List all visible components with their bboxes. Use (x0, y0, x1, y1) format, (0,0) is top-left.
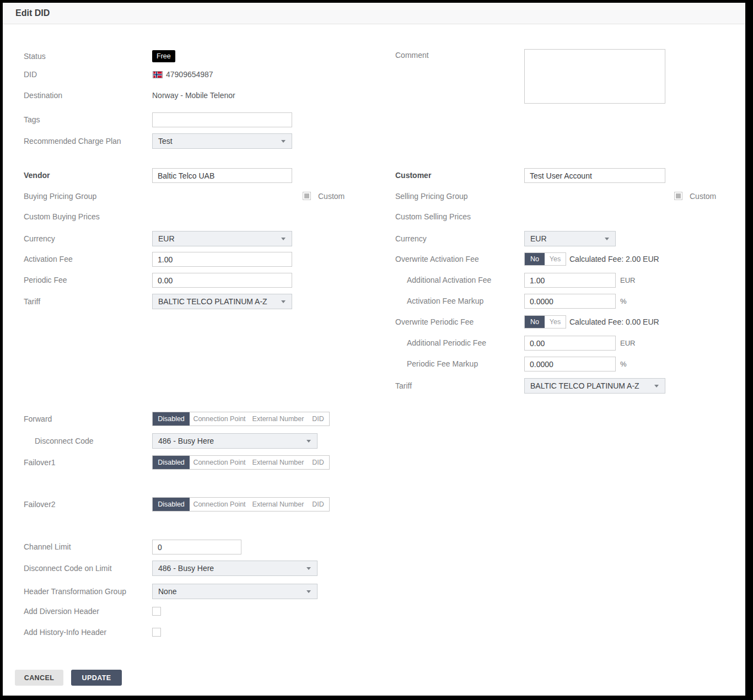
header-transformation-group-select[interactable]: None (152, 584, 318, 599)
comment-label: Comment (395, 49, 429, 61)
periodic-fee-markup-input[interactable] (524, 357, 616, 371)
buying-custom-checkbox[interactable] (303, 192, 311, 200)
buying-tariff-value: BALTIC TELCO PLATINUM A-Z (158, 297, 267, 306)
header-transformation-group-value: None (158, 587, 176, 596)
dialog-title: Edit DID (15, 3, 50, 24)
additional-periodic-fee-unit: EUR (620, 336, 635, 351)
additional-activation-fee-label: Additional Activation Fee (407, 273, 491, 288)
channel-limit-label: Channel Limit (24, 540, 71, 554)
add-diversion-header-checkbox[interactable] (152, 607, 161, 616)
overwrite-activation-fee-yes[interactable]: Yes (545, 253, 566, 265)
selling-currency-value: EUR (530, 234, 547, 243)
tags-label: Tags (24, 112, 40, 127)
activation-fee-markup-label: Activation Fee Markup (407, 294, 483, 309)
did-label: DID (24, 68, 37, 80)
additional-periodic-fee-input[interactable] (524, 336, 616, 351)
calculated-activation-fee: Calculated Fee: 2.00 EUR (569, 252, 659, 266)
additional-activation-fee-unit: EUR (620, 273, 635, 288)
recommended-charge-plan-select[interactable]: Test (152, 133, 292, 149)
header-transformation-group-label: Header Transformation Group (24, 584, 126, 599)
customer-input[interactable] (524, 168, 665, 183)
failover2-option-disabled[interactable]: Disabled (153, 498, 190, 511)
buying-currency-label: Currency (24, 231, 55, 246)
overwrite-activation-fee-label: Overwrite Activation Fee (395, 252, 479, 266)
chevron-down-icon (654, 385, 659, 387)
disconnect-code-select[interactable]: 486 - Busy Here (152, 433, 318, 449)
periodic-fee-markup-unit: % (620, 357, 627, 371)
forward-segmented: Disabled Connection Point External Numbe… (152, 412, 330, 426)
selling-tariff-select[interactable]: BALTIC TELCO PLATINUM A-Z (524, 378, 665, 394)
tags-input[interactable] (152, 112, 292, 127)
buying-tariff-select[interactable]: BALTIC TELCO PLATINUM A-Z (152, 294, 292, 309)
activation-fee-input[interactable] (152, 252, 292, 267)
failover1-option-external-number[interactable]: External Number (249, 456, 307, 469)
chevron-down-icon (306, 590, 311, 593)
vendor-input[interactable] (152, 168, 292, 183)
selling-currency-select[interactable]: EUR (524, 231, 616, 246)
failover1-option-did[interactable]: DID (307, 456, 329, 469)
channel-limit-input[interactable] (152, 540, 241, 554)
add-history-info-header-checkbox[interactable] (152, 628, 161, 637)
selling-custom-checkbox-label: Custom (690, 191, 716, 202)
chevron-down-icon (281, 140, 286, 143)
failover2-option-external-number[interactable]: External Number (249, 498, 307, 511)
buying-pricing-group-label: Buying Pricing Group (24, 191, 96, 202)
status-badge: Free (152, 50, 175, 62)
update-button[interactable]: UPDATE (71, 670, 122, 686)
activation-fee-label: Activation Fee (24, 252, 73, 267)
periodic-fee-input[interactable] (152, 273, 292, 288)
buying-currency-value: EUR (158, 234, 175, 243)
overwrite-activation-fee-toggle: No Yes (524, 252, 566, 266)
chevron-down-icon (306, 440, 311, 443)
forward-option-external-number[interactable]: External Number (249, 412, 307, 426)
destination-value: Norway - Mobile Telenor (152, 90, 235, 101)
buying-currency-select[interactable]: EUR (152, 231, 292, 246)
overwrite-periodic-fee-label: Overwrite Periodic Fee (395, 315, 474, 329)
failover1-option-disabled[interactable]: Disabled (153, 456, 190, 469)
periodic-fee-label: Periodic Fee (24, 273, 67, 288)
recommended-charge-plan-value: Test (158, 137, 173, 146)
disconnect-code-on-limit-select[interactable]: 486 - Busy Here (152, 561, 318, 576)
activation-fee-markup-unit: % (620, 294, 627, 309)
chevron-down-icon (306, 567, 311, 570)
recommended-charge-plan-label: Recommended Charge Plan (24, 133, 121, 149)
custom-selling-prices-label: Custom Selling Prices (395, 211, 471, 222)
buying-custom-checkbox-label: Custom (318, 191, 345, 202)
cancel-button[interactable]: CANCEL (15, 670, 63, 686)
buying-tariff-label: Tariff (24, 294, 40, 309)
selling-pricing-group-label: Selling Pricing Group (395, 191, 468, 202)
did-number: 47909654987 (166, 70, 213, 79)
failover2-segmented: Disabled Connection Point External Numbe… (152, 497, 330, 511)
forward-option-disabled[interactable]: Disabled (153, 412, 190, 426)
selling-tariff-value: BALTIC TELCO PLATINUM A-Z (530, 381, 639, 390)
failover2-option-did[interactable]: DID (307, 498, 329, 511)
norway-flag-icon (153, 71, 163, 78)
overwrite-activation-fee-no[interactable]: No (525, 253, 545, 265)
forward-option-connection-point[interactable]: Connection Point (190, 412, 249, 426)
disconnect-code-on-limit-value: 486 - Busy Here (158, 564, 214, 573)
edit-did-dialog: Edit DID Status Free DID 47909654987 Des… (3, 3, 745, 696)
forward-option-did[interactable]: DID (307, 412, 329, 426)
destination-label: Destination (24, 90, 62, 101)
selling-custom-checkbox[interactable] (674, 192, 682, 200)
chevron-down-icon (281, 300, 286, 303)
disconnect-code-value: 486 - Busy Here (158, 437, 214, 445)
chevron-down-icon (281, 238, 286, 240)
custom-buying-prices-label: Custom Buying Prices (24, 211, 100, 222)
chevron-down-icon (605, 238, 609, 240)
overwrite-periodic-fee-no[interactable]: No (525, 316, 545, 328)
failover1-option-connection-point[interactable]: Connection Point (190, 456, 249, 469)
additional-activation-fee-input[interactable] (524, 273, 616, 288)
screen: { "dialog": { "title": "Edit DID" }, "co… (0, 0, 753, 700)
selling-currency-label: Currency (395, 231, 427, 246)
overwrite-periodic-fee-yes[interactable]: Yes (545, 316, 566, 328)
add-history-info-header-label: Add History-Info Header (24, 628, 106, 637)
disconnect-code-label: Disconnect Code (35, 433, 94, 449)
periodic-fee-markup-label: Periodic Fee Markup (407, 357, 478, 371)
vendor-label: Vendor (24, 168, 50, 183)
failover1-label: Failover1 (24, 455, 56, 470)
activation-fee-markup-input[interactable] (524, 294, 616, 309)
dialog-header: Edit DID (3, 3, 745, 24)
failover2-option-connection-point[interactable]: Connection Point (190, 498, 249, 511)
comment-textarea[interactable] (524, 49, 665, 104)
